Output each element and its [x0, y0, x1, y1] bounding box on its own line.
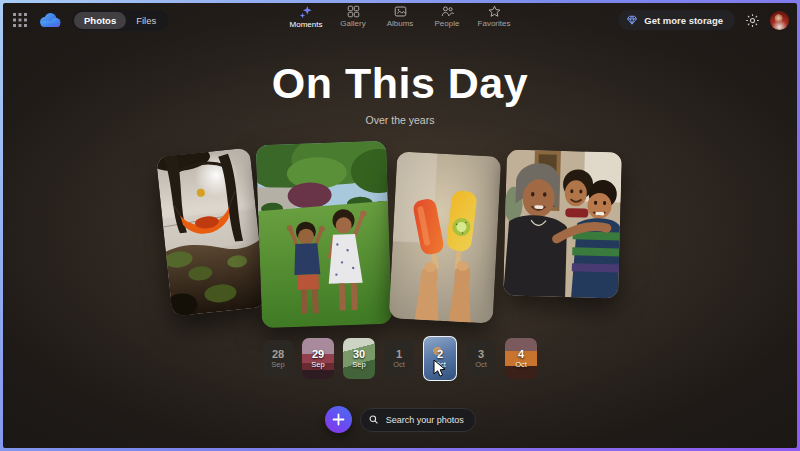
diamond-icon: [626, 14, 638, 26]
date-tile-28-sep[interactable]: 28 Sep: [263, 340, 293, 377]
tile-month: Sep: [352, 361, 365, 369]
tab-people[interactable]: People: [430, 5, 464, 29]
topbar-right: Get more storage: [618, 3, 789, 37]
add-button[interactable]: [325, 406, 352, 433]
tile-day: 3: [478, 349, 484, 360]
storage-button-label: Get more storage: [644, 15, 723, 26]
top-bar: Photos Files Moments G: [3, 3, 797, 37]
toggle-files[interactable]: Files: [126, 12, 166, 29]
tile-month: Oct: [515, 361, 527, 369]
date-tile-3-oct[interactable]: 3 Oct: [466, 340, 496, 377]
app-launcher-icon[interactable]: [13, 13, 27, 27]
tab-label: Gallery: [340, 19, 365, 28]
search-row: [3, 406, 797, 433]
tab-favorites[interactable]: Favorites: [477, 5, 511, 29]
tab-gallery[interactable]: Gallery: [336, 5, 370, 29]
tile-day: 4: [518, 349, 524, 360]
date-tile-2-oct-selected[interactable]: 2 Oct: [423, 336, 457, 381]
onedrive-photos-app: Photos Files Moments G: [3, 3, 797, 448]
tile-month: Oct: [475, 361, 487, 369]
search-input[interactable]: [384, 414, 467, 426]
grid-icon: [347, 5, 360, 18]
photos-files-toggle: Photos Files: [72, 10, 168, 31]
date-tile-1-oct[interactable]: 1 Oct: [384, 340, 414, 377]
tile-day: 1: [396, 349, 402, 360]
memory-photo-family-selfie[interactable]: [503, 150, 622, 299]
tab-label: People: [435, 19, 460, 28]
settings-gear-icon[interactable]: [745, 13, 760, 28]
tab-moments[interactable]: Moments: [289, 5, 323, 29]
hero: On This Day Over the years: [3, 60, 797, 126]
search-bar[interactable]: [360, 408, 476, 432]
toggle-photos[interactable]: Photos: [74, 12, 126, 29]
tile-day: 2: [437, 349, 443, 360]
tab-label: Favorites: [478, 19, 511, 28]
memory-photo-kids-lawn[interactable]: [256, 141, 392, 328]
tile-day: 28: [272, 349, 284, 360]
album-icon: [394, 5, 407, 18]
sparkle-icon: [299, 5, 313, 19]
date-tile-4-oct[interactable]: 4 Oct: [505, 338, 537, 379]
people-icon: [441, 5, 454, 18]
tile-month: Sep: [311, 361, 324, 369]
memory-photo-ice-pops[interactable]: [389, 151, 502, 323]
date-tile-29-sep[interactable]: 29 Sep: [302, 338, 334, 379]
tile-month: Sep: [271, 361, 284, 369]
date-strip: 28 Sep 29 Sep 30 Sep 1 Oct 2 Oct 3 Oct 4…: [3, 336, 797, 381]
search-icon: [369, 414, 378, 425]
star-icon: [488, 5, 501, 18]
tile-month: Oct: [393, 361, 405, 369]
topbar-left: Photos Files: [13, 3, 168, 37]
tab-label: Albums: [387, 19, 414, 28]
tile-day: 29: [312, 349, 324, 360]
date-tile-30-sep[interactable]: 30 Sep: [343, 338, 375, 379]
tile-day: 30: [353, 349, 365, 360]
plus-icon: [332, 413, 345, 426]
gradient-frame: Photos Files Moments G: [0, 0, 800, 451]
tab-albums[interactable]: Albums: [383, 5, 417, 29]
get-more-storage-button[interactable]: Get more storage: [618, 10, 735, 30]
tab-label: Moments: [290, 20, 323, 29]
main-nav: Moments Gallery Albums: [289, 5, 511, 29]
tile-month: Oct: [434, 361, 446, 369]
onedrive-logo-icon[interactable]: [36, 11, 63, 29]
page-title: On This Day: [3, 60, 797, 107]
user-avatar[interactable]: [770, 11, 789, 30]
page-subtitle: Over the years: [3, 114, 797, 126]
memory-photo-hammock[interactable]: [156, 148, 266, 317]
